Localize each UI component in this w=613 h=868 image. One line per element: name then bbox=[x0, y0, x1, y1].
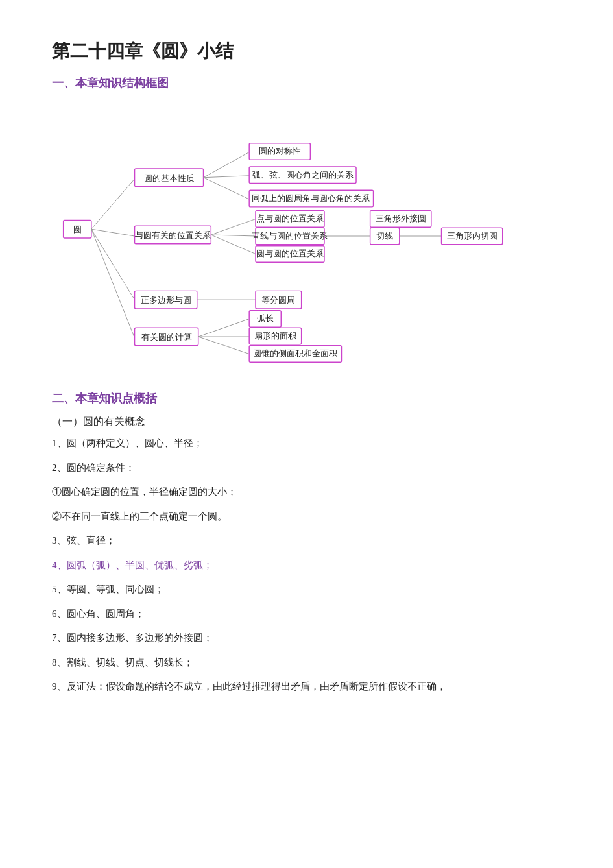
svg-line-7 bbox=[204, 176, 250, 178]
section2-title: 二、本章知识点概括 bbox=[52, 391, 561, 406]
branch2-2-node: 直线与圆的位置关系 bbox=[252, 232, 328, 241]
branch2-node: 与圆有关的位置关系 bbox=[135, 231, 211, 240]
svg-line-29 bbox=[198, 319, 250, 337]
point-2a: ①圆心确定圆的位置，半径确定圆的大小； bbox=[52, 484, 561, 501]
branch4-1-node: 弧长 bbox=[257, 314, 274, 323]
svg-line-15 bbox=[211, 235, 256, 254]
page-title: 第二十四章《圆》小结 bbox=[52, 39, 561, 64]
svg-line-6 bbox=[204, 152, 250, 177]
svg-line-13 bbox=[211, 219, 256, 235]
branch1-node: 圆的基本性质 bbox=[144, 174, 195, 183]
point-7: 7、圆内接多边形、多边形的外接圆； bbox=[52, 630, 561, 647]
branch1-2-node: 弧、弦、圆心角之间的关系 bbox=[252, 170, 354, 180]
svg-line-8 bbox=[204, 178, 250, 199]
root-node: 圆 bbox=[73, 225, 82, 234]
branch2-2a-node: 切线 bbox=[376, 232, 393, 241]
point-2: 2、圆的确定条件： bbox=[52, 460, 561, 477]
svg-line-31 bbox=[198, 337, 250, 354]
point-3: 3、弦、直径； bbox=[52, 533, 561, 549]
branch3-1-node: 等分圆周 bbox=[261, 296, 295, 305]
section2: 二、本章知识点概括 （一）圆的有关概念 1、圆（两种定义）、圆心、半径； 2、圆… bbox=[52, 391, 561, 695]
branch2-3-node: 圆与圆的位置关系 bbox=[256, 249, 324, 258]
point-6: 6、圆心角、圆周角； bbox=[52, 606, 561, 623]
subsection1-title: （一）圆的有关概念 bbox=[52, 415, 561, 429]
branch4-node: 有关圆的计算 bbox=[141, 333, 192, 342]
point-1: 1、圆（两种定义）、圆心、半径； bbox=[52, 435, 561, 452]
branch2-1-node: 点与圆的位置关系 bbox=[256, 214, 324, 223]
svg-line-4 bbox=[91, 229, 135, 338]
branch1-1-node: 圆的对称性 bbox=[259, 147, 301, 156]
section1: 一、本章知识结构框图 圆 圆的基本性质 圆的对称性 bbox=[52, 75, 561, 372]
svg-line-2 bbox=[91, 229, 135, 236]
section1-title: 一、本章知识结构框图 bbox=[52, 75, 561, 91]
svg-line-14 bbox=[211, 235, 256, 236]
branch4-2-node: 扇形的面积 bbox=[254, 331, 296, 341]
svg-line-3 bbox=[91, 229, 135, 300]
branch2-1a-node: 三角形外接圆 bbox=[376, 214, 426, 223]
point-2b: ②不在同一直线上的三个点确定一个圆。 bbox=[52, 509, 561, 525]
branch2-2b-node: 三角形内切圆 bbox=[447, 232, 498, 241]
point-8: 8、割线、切线、切点、切线长； bbox=[52, 655, 561, 671]
mindmap: 圆 圆的基本性质 圆的对称性 弧、弦、圆心角之间的关系 bbox=[52, 100, 561, 372]
svg-line-1 bbox=[91, 179, 135, 230]
point-4: 4、圆弧（弧）、半圆、优弧、劣弧； bbox=[52, 557, 561, 574]
branch3-node: 正多边形与圆 bbox=[141, 296, 191, 305]
point-9: 9、反证法：假设命题的结论不成立，由此经过推理得出矛盾，由矛盾断定所作假设不正确… bbox=[52, 679, 561, 695]
branch4-3-node: 圆锥的侧面积和全面积 bbox=[253, 349, 337, 358]
point-5: 5、等圆、等弧、同心圆； bbox=[52, 581, 561, 598]
branch1-3-node: 同弧上的圆周角与圆心角的关系 bbox=[252, 193, 370, 203]
